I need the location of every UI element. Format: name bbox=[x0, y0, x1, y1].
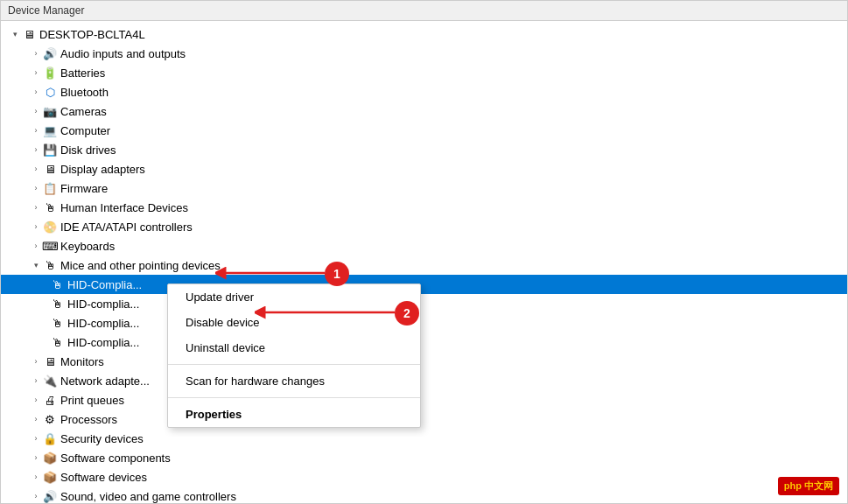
label-cameras: Cameras bbox=[60, 105, 844, 118]
context-menu-sep2 bbox=[168, 397, 420, 398]
device-manager-window: Device Manager ▾ 🖥 DESKTOP-BCLTA4L › 🔊 A… bbox=[0, 0, 848, 504]
tree-item-hid[interactable]: › 🖱 Human Interface Devices bbox=[1, 198, 847, 217]
tree-item-print[interactable]: › 🖨 Print queues bbox=[1, 390, 847, 410]
expand-icon-sound: › bbox=[29, 489, 43, 503]
expand-icon-display: › bbox=[29, 162, 43, 176]
label-root: DESKTOP-BCLTA4L bbox=[39, 28, 844, 41]
tree-item-security[interactable]: › 🔒 Security devices bbox=[1, 429, 847, 448]
icon-hid4: 🖱 bbox=[50, 335, 64, 349]
label-software-dev: Software devices bbox=[60, 471, 844, 484]
annotation-bubble-1: 1 bbox=[325, 262, 349, 286]
label-bluetooth: Bluetooth bbox=[60, 86, 844, 99]
icon-software-comp: 📦 bbox=[43, 451, 57, 465]
icon-computer: 💻 bbox=[43, 123, 57, 137]
tree-item-processors[interactable]: › ⚙ Processors bbox=[1, 410, 847, 429]
tree-item-disk[interactable]: › 💾 Disk drives bbox=[1, 140, 847, 159]
icon-display: 🖥 bbox=[43, 162, 57, 176]
context-menu-uninstall[interactable]: Uninstall device bbox=[168, 335, 420, 360]
tree-item-network[interactable]: › 🔌 Network adapte... bbox=[1, 371, 847, 390]
tree-item-hid2[interactable]: 🖱 HID-complia... bbox=[1, 294, 847, 313]
icon-mice: 🖱 bbox=[43, 258, 57, 272]
tree-item-software-dev[interactable]: › 📦 Software devices bbox=[1, 467, 847, 486]
icon-batteries: 🔋 bbox=[43, 66, 57, 80]
icon-hid1: 🖱 bbox=[50, 277, 64, 291]
label-hid: Human Interface Devices bbox=[60, 201, 844, 214]
watermark-text: php 中文网 bbox=[784, 480, 833, 491]
label-ide: IDE ATA/ATAPI controllers bbox=[60, 220, 844, 234]
expand-icon-processors: › bbox=[29, 412, 43, 426]
tree-item-batteries[interactable]: › 🔋 Batteries bbox=[1, 63, 847, 82]
context-menu-disable[interactable]: Disable device bbox=[168, 310, 420, 335]
expand-icon-software-dev: › bbox=[29, 470, 43, 484]
expand-icon-disk: › bbox=[29, 143, 43, 157]
tree-item-audio[interactable]: › 🔊 Audio inputs and outputs bbox=[1, 44, 847, 63]
expand-icon-monitors: › bbox=[29, 354, 43, 368]
device-tree[interactable]: ▾ 🖥 DESKTOP-BCLTA4L › 🔊 Audio inputs and… bbox=[1, 21, 847, 503]
expand-icon-firmware: › bbox=[29, 181, 43, 195]
icon-firmware: 📋 bbox=[43, 181, 57, 195]
tree-item-cameras[interactable]: › 📷 Cameras bbox=[1, 102, 847, 121]
title-bar: Device Manager bbox=[1, 1, 847, 21]
expand-icon-software-comp: › bbox=[29, 451, 43, 465]
expand-icon-ide: › bbox=[29, 220, 43, 234]
expand-icon-bluetooth: › bbox=[29, 85, 43, 99]
tree-item-hid3[interactable]: 🖱 HID-complia... bbox=[1, 313, 847, 332]
icon-audio: 🔊 bbox=[43, 46, 57, 60]
icon-hid2: 🖱 bbox=[50, 297, 64, 311]
tree-item-monitors[interactable]: › 🖥 Monitors bbox=[1, 352, 847, 371]
expand-icon-computer: › bbox=[29, 123, 43, 137]
expand-icon-batteries: › bbox=[29, 66, 43, 80]
icon-monitors: 🖥 bbox=[43, 354, 57, 368]
tree-item-mice[interactable]: ▾ 🖱 Mice and other pointing devices bbox=[1, 256, 847, 275]
context-menu-update[interactable]: Update driver bbox=[168, 284, 420, 310]
context-menu: Update driver Disable device Uninstall d… bbox=[167, 284, 421, 428]
expand-icon-cameras: › bbox=[29, 104, 43, 118]
annotation-label-1: 1 bbox=[333, 267, 340, 281]
tree-item-ide[interactable]: › 📀 IDE ATA/ATAPI controllers bbox=[1, 217, 847, 236]
expand-icon-print: › bbox=[29, 393, 43, 407]
label-disk: Disk drives bbox=[60, 144, 844, 157]
icon-hid: 🖱 bbox=[43, 200, 57, 214]
label-firmware: Firmware bbox=[60, 182, 844, 195]
label-display: Display adapters bbox=[60, 163, 844, 176]
tree-item-firmware[interactable]: › 📋 Firmware bbox=[1, 178, 847, 198]
expand-icon-network: › bbox=[29, 374, 43, 388]
tree-item-hid1[interactable]: 🖱 HID-Complia... bbox=[1, 275, 847, 294]
watermark: php 中文网 bbox=[778, 477, 839, 495]
context-menu-properties[interactable]: Properties bbox=[168, 402, 420, 427]
icon-ide: 📀 bbox=[43, 220, 57, 234]
icon-root: 🖥 bbox=[22, 27, 36, 41]
icon-network: 🔌 bbox=[43, 374, 57, 388]
label-batteries: Batteries bbox=[60, 66, 844, 80]
icon-print: 🖨 bbox=[43, 393, 57, 407]
tree-item-computer[interactable]: › 💻 Computer bbox=[1, 121, 847, 140]
context-menu-sep1 bbox=[168, 364, 420, 365]
icon-sound: 🔊 bbox=[43, 489, 57, 503]
tree-item-root[interactable]: ▾ 🖥 DESKTOP-BCLTA4L bbox=[1, 24, 847, 44]
tree-item-software-comp[interactable]: › 📦 Software components bbox=[1, 448, 847, 467]
icon-disk: 💾 bbox=[43, 143, 57, 157]
label-audio: Audio inputs and outputs bbox=[60, 47, 844, 60]
title-label: Device Manager bbox=[8, 4, 84, 17]
label-keyboards: Keyboards bbox=[60, 240, 844, 253]
tree-item-keyboards[interactable]: › ⌨ Keyboards bbox=[1, 236, 847, 256]
icon-cameras: 📷 bbox=[43, 104, 57, 118]
icon-software-dev: 📦 bbox=[43, 470, 57, 484]
annotation-bubble-2: 2 bbox=[395, 301, 419, 326]
label-sound: Sound, video and game controllers bbox=[60, 490, 844, 503]
annotation-label-2: 2 bbox=[403, 306, 410, 320]
tree-item-hid4[interactable]: 🖱 HID-complia... bbox=[1, 332, 847, 352]
expand-icon-root: ▾ bbox=[8, 27, 22, 41]
expand-icon-security: › bbox=[29, 431, 43, 445]
tree-item-sound[interactable]: › 🔊 Sound, video and game controllers bbox=[1, 486, 847, 503]
icon-hid3: 🖱 bbox=[50, 316, 64, 330]
tree-item-display[interactable]: › 🖥 Display adapters bbox=[1, 159, 847, 178]
expand-icon-mice: ▾ bbox=[29, 258, 43, 272]
label-security: Security devices bbox=[60, 432, 844, 445]
context-menu-scan[interactable]: Scan for hardware changes bbox=[168, 368, 420, 394]
expand-icon-hid: › bbox=[29, 200, 43, 214]
icon-processors: ⚙ bbox=[43, 412, 57, 426]
expand-icon-audio: › bbox=[29, 46, 43, 60]
icon-security: 🔒 bbox=[43, 431, 57, 445]
tree-item-bluetooth[interactable]: › ⬡ Bluetooth bbox=[1, 82, 847, 102]
